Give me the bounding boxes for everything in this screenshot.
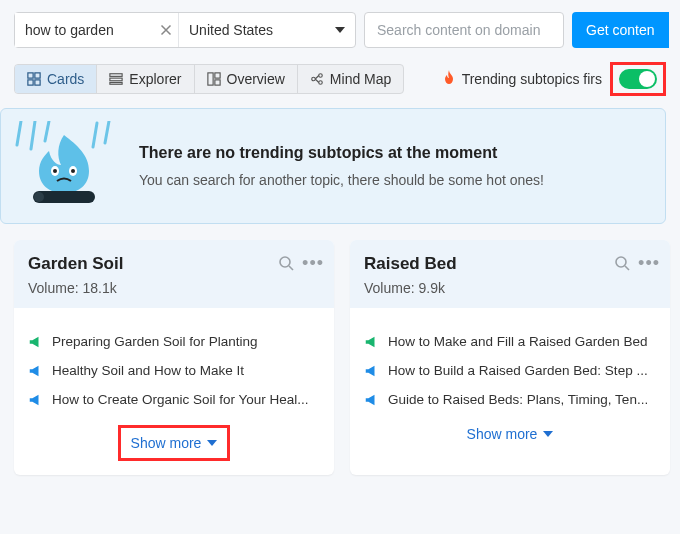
svg-line-14 xyxy=(31,121,35,149)
svg-point-23 xyxy=(34,192,44,202)
headline-item[interactable]: How to Build a Raised Garden Bed: Step .… xyxy=(364,363,656,378)
tab-label: Overview xyxy=(227,71,285,87)
svg-line-15 xyxy=(45,121,49,141)
search-icon[interactable] xyxy=(278,255,294,271)
svg-line-16 xyxy=(93,123,97,147)
more-icon[interactable]: ••• xyxy=(302,254,324,272)
card-title: Garden Soil xyxy=(28,254,320,274)
svg-rect-1 xyxy=(35,73,40,78)
card-actions: ••• xyxy=(278,254,324,272)
tab-label: Explorer xyxy=(129,71,181,87)
chevron-down-icon xyxy=(543,431,553,437)
headline-item[interactable]: Guide to Raised Beds: Plans, Timing, Ten… xyxy=(364,392,656,407)
subtopic-card: Raised Bed Volume: 9.9k ••• How to Make … xyxy=(350,240,670,475)
card-title: Raised Bed xyxy=(364,254,656,274)
view-tabs: Cards Explorer Overview Mind Map xyxy=(14,64,404,94)
megaphone-icon xyxy=(364,364,378,378)
megaphone-icon xyxy=(28,335,42,349)
subtopic-cards: Garden Soil Volume: 18.1k ••• Preparing … xyxy=(0,240,680,475)
svg-point-12 xyxy=(319,81,323,85)
headline-text: Preparing Garden Soil for Planting xyxy=(52,334,258,349)
headline-text: How to Create Organic Soil for Your Heal… xyxy=(52,392,309,407)
clear-topic-button[interactable] xyxy=(153,13,179,47)
more-icon[interactable]: ••• xyxy=(638,254,660,272)
tab-label: Cards xyxy=(47,71,84,87)
show-more-link[interactable]: Show more xyxy=(131,435,218,451)
svg-rect-2 xyxy=(28,80,33,85)
svg-point-10 xyxy=(312,77,316,81)
search-icon[interactable] xyxy=(614,255,630,271)
card-header: Garden Soil Volume: 18.1k ••• xyxy=(14,240,334,308)
headline-text: Healthy Soil and How to Make It xyxy=(52,363,244,378)
empty-title: There are no trending subtopics at the m… xyxy=(139,144,544,162)
show-more-wrap: Show more xyxy=(14,415,334,475)
explorer-icon xyxy=(109,72,123,86)
megaphone-icon xyxy=(364,393,378,407)
tab-explorer[interactable]: Explorer xyxy=(97,65,194,93)
cards-icon xyxy=(27,72,41,86)
show-more-link[interactable]: Show more xyxy=(467,426,554,442)
show-more-highlight: Show more xyxy=(118,425,231,461)
sad-fire-illustration xyxy=(9,121,119,211)
domain-search-input[interactable] xyxy=(364,12,564,48)
trending-toggle[interactable] xyxy=(619,69,657,89)
get-content-button[interactable]: Get conten xyxy=(572,12,669,48)
card-volume: Volume: 18.1k xyxy=(28,280,320,296)
headline-item[interactable]: Preparing Garden Soil for Planting xyxy=(28,334,320,349)
svg-line-25 xyxy=(289,266,293,270)
card-actions: ••• xyxy=(614,254,660,272)
tab-mindmap[interactable]: Mind Map xyxy=(298,65,403,93)
svg-rect-9 xyxy=(214,80,219,85)
svg-rect-3 xyxy=(35,80,40,85)
svg-point-11 xyxy=(319,74,323,78)
megaphone-icon xyxy=(28,393,42,407)
card-list: How to Make and Fill a Raised Garden Bed… xyxy=(350,308,670,415)
empty-text: There are no trending subtopics at the m… xyxy=(139,144,544,188)
show-more-text: Show more xyxy=(131,435,202,451)
headline-text: Guide to Raised Beds: Plans, Timing, Ten… xyxy=(388,392,648,407)
card-list: Preparing Garden Soil for PlantingHealth… xyxy=(14,308,334,415)
close-icon xyxy=(160,24,172,36)
tab-label: Mind Map xyxy=(330,71,391,87)
toggle-highlight-box xyxy=(610,62,666,96)
mindmap-icon xyxy=(310,72,324,86)
flame-icon xyxy=(442,70,456,89)
svg-rect-6 xyxy=(110,83,122,85)
tab-cards[interactable]: Cards xyxy=(15,65,97,93)
headline-item[interactable]: How to Make and Fill a Raised Garden Bed xyxy=(364,334,656,349)
subtopic-card: Garden Soil Volume: 18.1k ••• Preparing … xyxy=(14,240,334,475)
view-tabs-row: Cards Explorer Overview Mind Map Trendin… xyxy=(0,58,680,108)
svg-rect-5 xyxy=(110,78,122,81)
country-select-wrap: United States xyxy=(179,13,355,47)
overview-icon xyxy=(207,72,221,86)
no-trending-banner: There are no trending subtopics at the m… xyxy=(0,108,666,224)
card-header: Raised Bed Volume: 9.9k ••• xyxy=(350,240,670,308)
svg-point-26 xyxy=(616,257,626,267)
svg-rect-4 xyxy=(110,74,122,77)
empty-subtitle: You can search for another topic, there … xyxy=(139,172,544,188)
svg-rect-8 xyxy=(214,73,219,78)
svg-rect-7 xyxy=(207,73,212,85)
headline-text: How to Build a Raised Garden Bed: Step .… xyxy=(388,363,648,378)
headline-item[interactable]: Healthy Soil and How to Make It xyxy=(28,363,320,378)
trending-toggle-text: Trending subtopics firs xyxy=(462,71,602,87)
show-more-wrap: Show more xyxy=(350,415,670,457)
svg-point-21 xyxy=(71,169,75,173)
svg-rect-0 xyxy=(28,73,33,78)
chevron-down-icon xyxy=(207,440,217,446)
country-select[interactable]: United States xyxy=(179,22,355,38)
topic-input[interactable] xyxy=(15,13,153,47)
svg-line-27 xyxy=(625,266,629,270)
show-more-text: Show more xyxy=(467,426,538,442)
topic-country-group: United States xyxy=(14,12,356,48)
card-volume: Volume: 9.9k xyxy=(364,280,656,296)
svg-point-19 xyxy=(53,169,57,173)
headline-text: How to Make and Fill a Raised Garden Bed xyxy=(388,334,648,349)
svg-line-13 xyxy=(17,121,21,145)
tab-overview[interactable]: Overview xyxy=(195,65,298,93)
svg-point-24 xyxy=(280,257,290,267)
megaphone-icon xyxy=(364,335,378,349)
search-bar: United States Get conten xyxy=(0,0,680,58)
trending-toggle-label: Trending subtopics firs xyxy=(442,70,602,89)
headline-item[interactable]: How to Create Organic Soil for Your Heal… xyxy=(28,392,320,407)
